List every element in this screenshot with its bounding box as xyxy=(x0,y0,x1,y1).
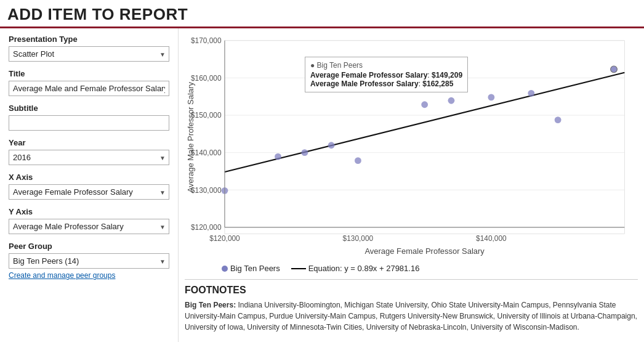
svg-text:$130,000: $130,000 xyxy=(191,186,222,195)
yaxis-label: Y Axis xyxy=(9,207,169,216)
year-select-wrapper: 2016 2015 2014 2013 xyxy=(9,150,169,165)
page-title: ADD ITEM TO REPORT xyxy=(7,5,637,24)
legend-dot-label: Big Ten Peers xyxy=(230,264,280,273)
svg-text:$160,000: $160,000 xyxy=(191,74,222,83)
presentation-type-select[interactable]: Scatter Plot Bar Chart Line Chart Table xyxy=(9,46,169,62)
presentation-type-label: Presentation Type xyxy=(9,35,169,44)
yaxis-select[interactable]: Average Male Professor Salary Average Fe… xyxy=(9,219,169,234)
subtitle-input[interactable] xyxy=(9,115,169,131)
legend-dot-item: Big Ten Peers xyxy=(222,264,280,273)
peer-group-label: Peer Group xyxy=(9,242,169,251)
footnotes-text: Big Ten Peers: Indiana University-Bloomi… xyxy=(185,299,638,333)
footnotes-bold: Big Ten Peers: xyxy=(185,301,236,309)
chart-legend: Big Ten Peers Equation: y = 0.89x + 2798… xyxy=(185,264,638,273)
svg-point-20 xyxy=(275,153,281,160)
legend-line-item: Equation: y = 0.89x + 27981.16 xyxy=(291,264,420,273)
xaxis-label: X Axis xyxy=(9,173,169,182)
svg-point-27 xyxy=(528,90,534,97)
subtitle-label: Subtitle xyxy=(9,104,169,113)
svg-text:$120,000: $120,000 xyxy=(191,223,222,232)
svg-point-23 xyxy=(355,157,361,164)
footnotes-body: Indiana University-Bloomington, Michigan… xyxy=(185,301,637,332)
title-group: Title xyxy=(9,69,169,96)
svg-text:$130,000: $130,000 xyxy=(343,234,374,243)
presentation-type-select-wrapper: Scatter Plot Bar Chart Line Chart Table xyxy=(9,46,169,62)
svg-text:Average Female Professor Salar: Average Female Professor Salary xyxy=(364,246,485,256)
legend-line-label: Equation: y = 0.89x + 27981.16 xyxy=(308,264,420,273)
footnotes-section: FOOTNOTES Big Ten Peers: Indiana Univers… xyxy=(185,279,638,333)
svg-point-29 xyxy=(611,66,618,73)
year-label: Year xyxy=(9,138,169,147)
svg-text:$170,000: $170,000 xyxy=(191,36,222,45)
peer-group-select[interactable]: Big Ten Peers (14) All Universities xyxy=(9,253,169,269)
svg-point-22 xyxy=(328,142,335,149)
year-select[interactable]: 2016 2015 2014 2013 xyxy=(9,150,169,165)
peer-group-group: Peer Group Big Ten Peers (14) All Univer… xyxy=(9,242,169,280)
svg-point-21 xyxy=(301,149,308,156)
footnotes-heading: FOOTNOTES xyxy=(185,285,638,296)
manage-peers-link[interactable]: Create and manage peer groups xyxy=(9,271,115,280)
right-panel: ● Big Ten Peers Average Female Professor… xyxy=(179,28,644,342)
yaxis-group: Y Axis Average Male Professor Salary Ave… xyxy=(9,207,169,234)
title-input[interactable] xyxy=(9,81,169,96)
svg-text:$150,000: $150,000 xyxy=(191,111,222,120)
svg-point-24 xyxy=(421,101,428,108)
xaxis-select[interactable]: Average Female Professor Salary Average … xyxy=(9,184,169,200)
xaxis-select-wrapper: Average Female Professor Salary Average … xyxy=(9,184,169,200)
year-group: Year 2016 2015 2014 2013 xyxy=(9,138,169,165)
svg-point-25 xyxy=(448,97,455,104)
yaxis-select-wrapper: Average Male Professor Salary Average Fe… xyxy=(9,219,169,234)
left-form-panel: Presentation Type Scatter Plot Bar Chart… xyxy=(0,28,179,342)
legend-dot-icon xyxy=(222,266,228,272)
svg-text:$140,000: $140,000 xyxy=(191,149,222,157)
svg-rect-0 xyxy=(225,41,624,234)
presentation-type-group: Presentation Type Scatter Plot Bar Chart… xyxy=(9,35,169,62)
xaxis-group: X Axis Average Female Professor Salary A… xyxy=(9,173,169,200)
chart-area: ● Big Ten Peers Average Female Professor… xyxy=(185,33,638,261)
peer-group-select-wrapper: Big Ten Peers (14) All Universities xyxy=(9,253,169,269)
svg-point-28 xyxy=(555,116,561,123)
svg-text:$120,000: $120,000 xyxy=(209,234,240,243)
legend-line-icon xyxy=(291,268,306,269)
svg-text:$140,000: $140,000 xyxy=(476,234,507,243)
svg-text:Average Male Professor Salary: Average Male Professor Salary xyxy=(186,82,195,193)
subtitle-group: Subtitle xyxy=(9,104,169,131)
scatter-chart-svg: $170,000 $160,000 $150,000 $140,000 $130… xyxy=(185,33,638,261)
svg-point-26 xyxy=(488,94,494,100)
title-label: Title xyxy=(9,69,169,78)
